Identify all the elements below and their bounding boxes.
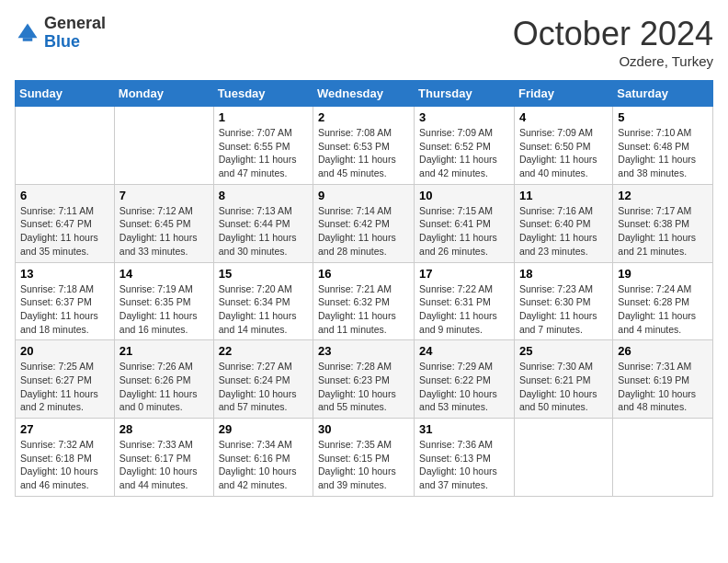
day-cell-4-6: 25Sunrise: 7:30 AM Sunset: 6:21 PM Dayli…: [514, 340, 612, 419]
day-info: Sunrise: 7:17 AM Sunset: 6:38 PM Dayligh…: [618, 204, 708, 259]
day-info: Sunrise: 7:11 AM Sunset: 6:47 PM Dayligh…: [20, 204, 109, 259]
day-number: 7: [119, 189, 209, 202]
day-info: Sunrise: 7:31 AM Sunset: 6:19 PM Dayligh…: [618, 360, 708, 414]
col-friday: Friday: [514, 81, 612, 107]
day-info: Sunrise: 7:15 AM Sunset: 6:41 PM Dayligh…: [419, 204, 509, 259]
day-number: 18: [519, 267, 608, 281]
day-info: Sunrise: 7:08 AM Sunset: 6:53 PM Dayligh…: [318, 126, 409, 180]
week-row-5: 27Sunrise: 7:32 AM Sunset: 6:18 PM Dayli…: [16, 419, 713, 497]
calendar-body: 1Sunrise: 7:07 AM Sunset: 6:55 PM Daylig…: [16, 107, 713, 497]
day-cell-1-7: 5Sunrise: 7:10 AM Sunset: 6:48 PM Daylig…: [613, 107, 713, 185]
day-cell-1-1: [16, 107, 115, 185]
logo-general: General: [44, 15, 106, 33]
day-cell-3-6: 18Sunrise: 7:23 AM Sunset: 6:30 PM Dayli…: [514, 262, 612, 340]
day-cell-5-7: [613, 419, 713, 497]
day-number: 16: [318, 267, 409, 281]
day-info: Sunrise: 7:13 AM Sunset: 6:44 PM Dayligh…: [219, 204, 308, 259]
day-info: Sunrise: 7:19 AM Sunset: 6:35 PM Dayligh…: [119, 282, 209, 337]
day-number: 2: [318, 110, 409, 124]
logo-icon: [15, 20, 40, 46]
col-thursday: Thursday: [415, 81, 515, 107]
day-number: 17: [419, 267, 509, 281]
day-number: 24: [419, 344, 509, 358]
day-info: Sunrise: 7:14 AM Sunset: 6:42 PM Dayligh…: [318, 204, 409, 259]
day-cell-1-4: 2Sunrise: 7:08 AM Sunset: 6:53 PM Daylig…: [313, 107, 415, 185]
day-info: Sunrise: 7:26 AM Sunset: 6:26 PM Dayligh…: [119, 360, 209, 414]
day-number: 25: [519, 344, 608, 358]
day-cell-3-2: 14Sunrise: 7:19 AM Sunset: 6:35 PM Dayli…: [114, 262, 213, 340]
day-info: Sunrise: 7:33 AM Sunset: 6:17 PM Dayligh…: [119, 438, 209, 492]
day-info: Sunrise: 7:12 AM Sunset: 6:45 PM Dayligh…: [119, 204, 209, 259]
day-number: 9: [318, 189, 409, 202]
calendar-table: Sunday Monday Tuesday Wednesday Thursday…: [15, 80, 713, 497]
day-info: Sunrise: 7:24 AM Sunset: 6:28 PM Dayligh…: [618, 282, 708, 337]
page-header: General Blue October 2024 Ozdere, Turkey: [15, 15, 713, 69]
day-number: 1: [219, 110, 308, 124]
col-sunday: Sunday: [16, 81, 115, 107]
calendar-header: Sunday Monday Tuesday Wednesday Thursday…: [16, 81, 713, 107]
svg-marker-0: [18, 23, 38, 38]
day-cell-4-3: 22Sunrise: 7:27 AM Sunset: 6:24 PM Dayli…: [213, 340, 313, 419]
week-row-1: 1Sunrise: 7:07 AM Sunset: 6:55 PM Daylig…: [16, 107, 713, 185]
day-info: Sunrise: 7:07 AM Sunset: 6:55 PM Dayligh…: [219, 126, 308, 180]
day-cell-1-2: [114, 107, 213, 185]
day-number: 29: [219, 422, 308, 436]
day-number: 3: [419, 110, 509, 124]
day-cell-1-5: 3Sunrise: 7:09 AM Sunset: 6:52 PM Daylig…: [415, 107, 515, 185]
day-cell-4-2: 21Sunrise: 7:26 AM Sunset: 6:26 PM Dayli…: [114, 340, 213, 419]
day-number: 14: [119, 267, 209, 281]
logo-text: General Blue: [44, 15, 106, 52]
day-cell-5-4: 30Sunrise: 7:35 AM Sunset: 6:15 PM Dayli…: [313, 419, 415, 497]
day-info: Sunrise: 7:23 AM Sunset: 6:30 PM Dayligh…: [519, 282, 608, 337]
day-cell-2-4: 9Sunrise: 7:14 AM Sunset: 6:42 PM Daylig…: [313, 184, 415, 262]
day-info: Sunrise: 7:21 AM Sunset: 6:32 PM Dayligh…: [318, 282, 409, 337]
day-cell-2-5: 10Sunrise: 7:15 AM Sunset: 6:41 PM Dayli…: [415, 184, 515, 262]
col-monday: Monday: [114, 81, 213, 107]
day-info: Sunrise: 7:32 AM Sunset: 6:18 PM Dayligh…: [20, 438, 109, 492]
col-saturday: Saturday: [613, 81, 713, 107]
day-cell-3-4: 16Sunrise: 7:21 AM Sunset: 6:32 PM Dayli…: [313, 262, 415, 340]
day-cell-5-1: 27Sunrise: 7:32 AM Sunset: 6:18 PM Dayli…: [16, 419, 115, 497]
day-cell-3-3: 15Sunrise: 7:20 AM Sunset: 6:34 PM Dayli…: [213, 262, 313, 340]
day-number: 4: [519, 110, 608, 124]
month-title: October 2024: [513, 15, 713, 53]
logo-blue: Blue: [44, 33, 106, 52]
header-row: Sunday Monday Tuesday Wednesday Thursday…: [16, 81, 713, 107]
day-cell-1-3: 1Sunrise: 7:07 AM Sunset: 6:55 PM Daylig…: [213, 107, 313, 185]
day-cell-5-5: 31Sunrise: 7:36 AM Sunset: 6:13 PM Dayli…: [415, 419, 515, 497]
day-number: 8: [219, 189, 308, 202]
day-info: Sunrise: 7:34 AM Sunset: 6:16 PM Dayligh…: [219, 438, 308, 492]
day-number: 26: [618, 344, 708, 358]
day-number: 23: [318, 344, 409, 358]
day-number: 19: [618, 267, 708, 281]
day-number: 10: [419, 189, 509, 202]
week-row-3: 13Sunrise: 7:18 AM Sunset: 6:37 PM Dayli…: [16, 262, 713, 340]
day-cell-5-6: [514, 419, 612, 497]
day-cell-4-1: 20Sunrise: 7:25 AM Sunset: 6:27 PM Dayli…: [16, 340, 115, 419]
day-cell-5-2: 28Sunrise: 7:33 AM Sunset: 6:17 PM Dayli…: [114, 419, 213, 497]
day-info: Sunrise: 7:28 AM Sunset: 6:23 PM Dayligh…: [318, 360, 409, 414]
day-info: Sunrise: 7:20 AM Sunset: 6:34 PM Dayligh…: [219, 282, 308, 337]
day-number: 5: [618, 110, 708, 124]
day-number: 27: [20, 422, 109, 436]
day-info: Sunrise: 7:35 AM Sunset: 6:15 PM Dayligh…: [318, 438, 409, 492]
day-info: Sunrise: 7:09 AM Sunset: 6:50 PM Dayligh…: [519, 126, 608, 180]
svg-rect-1: [23, 38, 33, 41]
day-cell-4-7: 26Sunrise: 7:31 AM Sunset: 6:19 PM Dayli…: [613, 340, 713, 419]
day-info: Sunrise: 7:22 AM Sunset: 6:31 PM Dayligh…: [419, 282, 509, 337]
day-info: Sunrise: 7:27 AM Sunset: 6:24 PM Dayligh…: [219, 360, 308, 414]
day-cell-4-4: 23Sunrise: 7:28 AM Sunset: 6:23 PM Dayli…: [313, 340, 415, 419]
day-info: Sunrise: 7:29 AM Sunset: 6:22 PM Dayligh…: [419, 360, 509, 414]
day-info: Sunrise: 7:09 AM Sunset: 6:52 PM Dayligh…: [419, 126, 509, 180]
day-info: Sunrise: 7:36 AM Sunset: 6:13 PM Dayligh…: [419, 438, 509, 492]
col-wednesday: Wednesday: [313, 81, 415, 107]
day-info: Sunrise: 7:16 AM Sunset: 6:40 PM Dayligh…: [519, 204, 608, 259]
day-cell-2-3: 8Sunrise: 7:13 AM Sunset: 6:44 PM Daylig…: [213, 184, 313, 262]
day-info: Sunrise: 7:30 AM Sunset: 6:21 PM Dayligh…: [519, 360, 608, 414]
day-number: 20: [20, 344, 109, 358]
logo: General Blue: [15, 15, 106, 52]
week-row-2: 6Sunrise: 7:11 AM Sunset: 6:47 PM Daylig…: [16, 184, 713, 262]
day-number: 6: [20, 189, 109, 202]
day-cell-3-7: 19Sunrise: 7:24 AM Sunset: 6:28 PM Dayli…: [613, 262, 713, 340]
day-info: Sunrise: 7:18 AM Sunset: 6:37 PM Dayligh…: [20, 282, 109, 337]
